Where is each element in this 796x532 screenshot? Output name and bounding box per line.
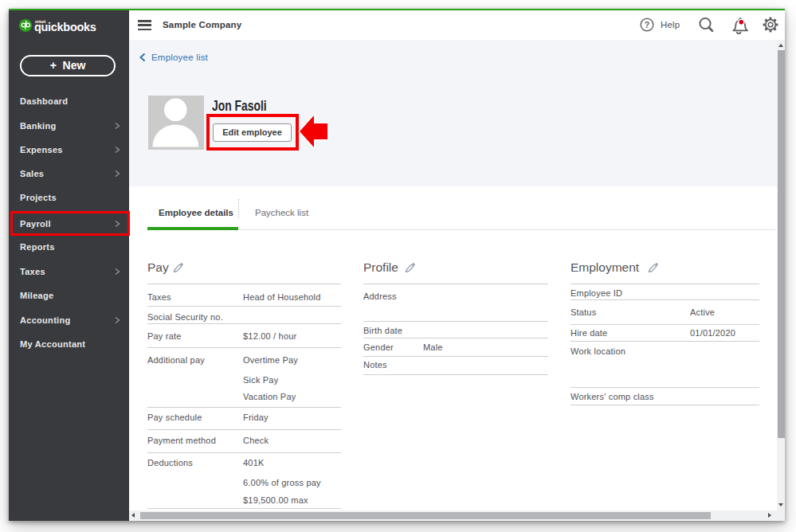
- svg-text:quickbooks: quickbooks: [34, 21, 96, 33]
- svg-text:?: ?: [645, 20, 649, 29]
